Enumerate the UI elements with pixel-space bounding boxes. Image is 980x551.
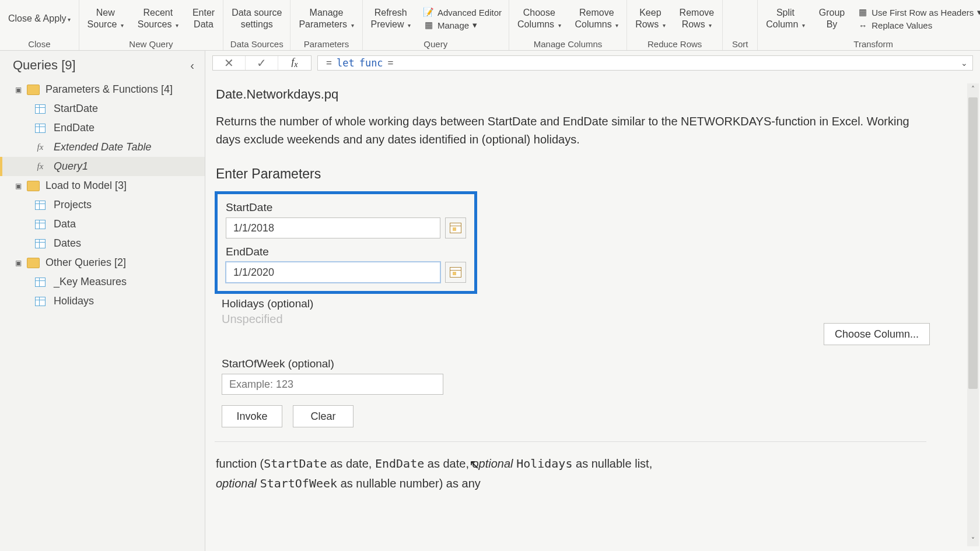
ribbon-group-label: Reduce Rows: [648, 37, 702, 50]
fx-icon: fx: [37, 142, 44, 152]
table-icon: [35, 239, 46, 248]
ribbon-group-label: Data Sources: [230, 37, 284, 50]
ribbon-group-label: Transform: [853, 37, 893, 50]
calendar-icon: [450, 223, 461, 233]
advanced-editor-button[interactable]: 📝Advanced Editor: [424, 7, 502, 17]
table-icon: [35, 201, 46, 210]
calendar-icon: [450, 267, 461, 278]
fx-icon[interactable]: fx: [278, 56, 311, 70]
tree-item[interactable]: Holidays: [0, 292, 205, 311]
ribbon-group-label: Manage Columns: [534, 37, 603, 50]
invoke-button[interactable]: Invoke: [222, 405, 282, 427]
ribbon-group-query: RefreshPreview ▾ 📝Advanced Editor ▦Manag…: [363, 0, 509, 50]
startofweek-label: StartOfWeek (optional): [222, 357, 971, 370]
formula-text: func: [359, 57, 383, 69]
ribbon-group-sort: Sort: [723, 0, 758, 50]
folder-icon: [27, 258, 40, 268]
scroll-down-icon[interactable]: ˅: [967, 535, 979, 546]
formula-text: let: [337, 57, 355, 69]
content-area: ✕ ✓ fx = let func = ⌄ Date.Networkdays.p…: [205, 51, 980, 551]
tree-item[interactable]: _Key Measures: [0, 272, 205, 292]
replace-values-button[interactable]: ↔Replace Values: [858, 20, 932, 30]
ribbon-group-close: Close & Apply▾ Close: [0, 0, 79, 50]
commit-formula-icon[interactable]: ✓: [246, 56, 278, 70]
formula-text: =: [388, 57, 394, 69]
function-signature: function (StartDate as date, EndDate as …: [215, 441, 926, 498]
startdate-calendar-button[interactable]: [445, 217, 466, 238]
table-icon: [35, 278, 46, 287]
scroll-up-icon[interactable]: ˄: [967, 83, 979, 95]
queries-title: Queries [9]: [13, 58, 76, 73]
manage-parameters-button[interactable]: ManageParameters ▾: [294, 6, 358, 31]
tree-group[interactable]: ▣Parameters & Functions [4]: [0, 80, 205, 99]
queries-tree: ▣Parameters & Functions [4]StartDateEndD…: [0, 78, 205, 313]
holidays-label: Holidays (optional): [222, 297, 971, 310]
table-icon: [35, 297, 46, 306]
enter-parameters-heading: Enter Parameters: [215, 166, 971, 191]
choose-columns-ribbon-button[interactable]: ChooseColumns ▾: [513, 6, 566, 31]
tree-item[interactable]: StartDate: [0, 99, 205, 118]
tree-item[interactable]: fxExtended Date Table: [0, 138, 205, 157]
tree-item[interactable]: Dates: [0, 234, 205, 253]
ribbon-group-parameters: ManageParameters ▾ Parameters: [290, 0, 362, 50]
ribbon-group-newquery: NewSource ▾ RecentSources ▾ EnterData Ne…: [79, 0, 224, 50]
keep-rows-button[interactable]: KeepRows ▾: [631, 6, 670, 31]
ribbon-group-label: Parameters: [304, 37, 349, 50]
group-by-button[interactable]: GroupBy: [814, 6, 849, 31]
tree-item[interactable]: fxQuery1: [0, 157, 205, 176]
cancel-formula-icon[interactable]: ✕: [213, 56, 246, 70]
tree-item[interactable]: EndDate: [0, 118, 205, 138]
ribbon-group-managecols: ChooseColumns ▾ RemoveColumns ▾ Manage C…: [509, 0, 627, 50]
enddate-label: EndDate: [226, 245, 466, 258]
remove-columns-button[interactable]: RemoveColumns ▾: [570, 6, 624, 31]
new-source-button[interactable]: NewSource ▾: [83, 6, 128, 31]
refresh-preview-button[interactable]: RefreshPreview ▾: [366, 6, 415, 31]
choose-column-button[interactable]: Choose Column...: [824, 323, 930, 345]
table-icon: [35, 220, 46, 229]
startofweek-input[interactable]: [222, 374, 443, 395]
ribbon-group-label: Close: [28, 37, 50, 50]
formula-input[interactable]: = let func = ⌄: [317, 55, 973, 71]
tree-group[interactable]: ▣Other Queries [2]: [0, 253, 205, 272]
data-source-settings-button[interactable]: Data sourcesettings: [227, 6, 286, 31]
tree-item[interactable]: Projects: [0, 195, 205, 215]
collapse-queries-icon[interactable]: ‹: [190, 59, 194, 72]
clear-button[interactable]: Clear: [293, 405, 354, 427]
close-apply-button[interactable]: Close & Apply▾: [4, 12, 75, 26]
table-icon: [35, 104, 46, 114]
enter-data-button[interactable]: EnterData: [188, 6, 219, 31]
ribbon-group-label: Query: [424, 37, 447, 50]
tree-item[interactable]: Data: [0, 215, 205, 234]
formula-text: =: [326, 57, 332, 69]
folder-icon: [27, 181, 40, 191]
folder-icon: [27, 85, 40, 95]
startdate-input[interactable]: [226, 217, 440, 238]
queries-pane: Queries [9] ‹ ▣Parameters & Functions [4…: [0, 51, 205, 551]
ribbon-group-transform: SplitColumn ▾ GroupBy ▦Use First Row as …: [758, 0, 980, 50]
startdate-label: StartDate: [226, 201, 466, 214]
highlighted-parameters: StartDate EndDate: [215, 191, 477, 294]
function-title: Date.Networkdays.pq: [215, 83, 971, 113]
ribbon-group-reducerows: KeepRows ▾ RemoveRows ▾ Reduce Rows: [627, 0, 723, 50]
formula-bar: ✕ ✓ fx = let func = ⌄: [205, 51, 980, 75]
table-icon: [35, 124, 46, 133]
manage-button[interactable]: ▦Manage ▾: [424, 20, 477, 30]
ribbon-group-datasources: Data sourcesettings Data Sources: [223, 0, 290, 50]
ribbon-group-label: New Query: [129, 37, 173, 50]
enddate-calendar-button[interactable]: [445, 262, 466, 283]
remove-rows-button[interactable]: RemoveRows ▾: [675, 6, 719, 31]
scroll-thumb[interactable]: [968, 97, 978, 389]
expand-formula-icon[interactable]: ⌄: [961, 58, 968, 68]
tree-group[interactable]: ▣Load to Model [3]: [0, 176, 205, 195]
first-row-headers-button[interactable]: ▦Use First Row as Headers ▾: [858, 7, 980, 17]
ribbon-group-label: Sort: [732, 37, 748, 50]
vertical-scrollbar[interactable]: ˄ ˅: [967, 83, 979, 546]
recent-sources-button[interactable]: RecentSources ▾: [133, 6, 183, 31]
enddate-input[interactable]: [226, 262, 440, 283]
ribbon: Close & Apply▾ Close NewSource ▾ RecentS…: [0, 0, 980, 51]
fx-icon: fx: [37, 162, 44, 171]
split-column-button[interactable]: SplitColumn ▾: [761, 6, 810, 31]
function-description: Returns the number of whole working days…: [215, 113, 926, 166]
